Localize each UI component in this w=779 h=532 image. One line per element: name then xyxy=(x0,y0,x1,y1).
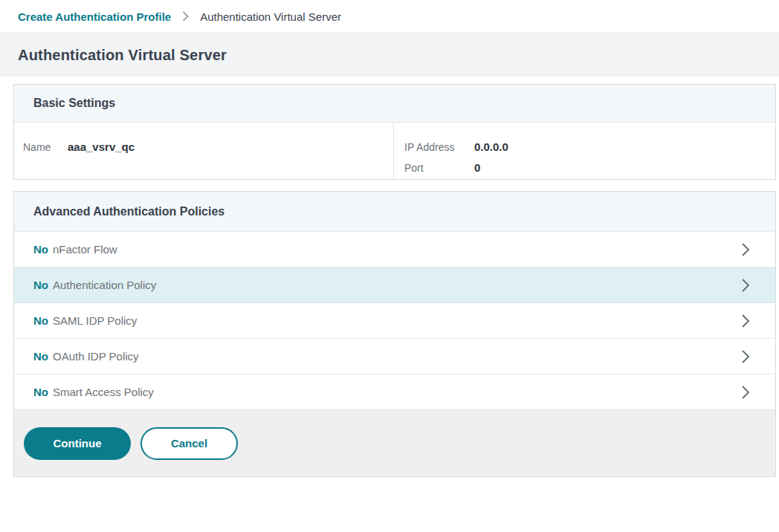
breadcrumb-link-create-authentication-profile[interactable]: Create Authentication Profile xyxy=(18,10,171,23)
ip-address-label: IP Address xyxy=(404,137,474,158)
chevron-right-icon xyxy=(740,241,751,258)
policy-row-smart-access-policy[interactable]: No Smart Access Policy xyxy=(14,374,775,410)
basic-settings-body: Name aaa_vsrv_qc IP Address 0.0.0.0 Port… xyxy=(14,123,775,179)
basic-settings-right-column: IP Address 0.0.0.0 Port 0 xyxy=(394,123,775,179)
port-label: Port xyxy=(404,158,474,178)
continue-button[interactable]: Continue xyxy=(24,427,131,460)
page-title: Authentication Virtual Server xyxy=(18,47,227,64)
breadcrumb: Create Authentication Profile Authentica… xyxy=(0,0,779,33)
name-label: Name xyxy=(23,137,68,158)
policy-row-authentication-policy[interactable]: No Authentication Policy xyxy=(14,267,775,303)
policy-count: No xyxy=(33,243,48,256)
policy-label: SAML IDP Policy xyxy=(53,314,137,327)
basic-settings-card: Basic Settings Name aaa_vsrv_qc IP Addre… xyxy=(13,84,776,180)
advanced-policies-card: Advanced Authentication Policies No nFac… xyxy=(13,191,776,477)
ip-address-field-row: IP Address 0.0.0.0 xyxy=(404,137,775,158)
advanced-policies-header: Advanced Authentication Policies xyxy=(14,192,775,232)
name-value: aaa_vsrv_qc xyxy=(68,137,135,157)
policy-label: Authentication Policy xyxy=(53,279,156,291)
policy-row-saml-idp-policy[interactable]: No SAML IDP Policy xyxy=(14,303,775,339)
advanced-policies-title: Advanced Authentication Policies xyxy=(33,205,224,218)
breadcrumb-chevron-icon xyxy=(181,10,190,22)
policy-label: Smart Access Policy xyxy=(53,386,154,398)
policy-count: No xyxy=(33,350,48,363)
chevron-right-icon xyxy=(740,277,751,293)
page-title-band: Authentication Virtual Server xyxy=(0,33,779,77)
breadcrumb-current: Authentication Virtual Server xyxy=(200,10,341,23)
policy-label: OAuth IDP Policy xyxy=(53,350,139,363)
port-field-row: Port 0 xyxy=(404,158,775,178)
basic-settings-left-column: Name aaa_vsrv_qc xyxy=(14,123,394,179)
policy-row-nfactor-flow[interactable]: No nFactor Flow xyxy=(14,232,775,267)
name-field-row: Name aaa_vsrv_qc xyxy=(23,137,393,158)
basic-settings-title: Basic Settings xyxy=(33,97,115,110)
ip-address-value: 0.0.0.0 xyxy=(474,137,508,157)
chevron-right-icon xyxy=(740,313,751,329)
cancel-button[interactable]: Cancel xyxy=(140,427,238,460)
chevron-right-icon xyxy=(740,384,751,400)
basic-settings-header: Basic Settings xyxy=(14,85,775,123)
policy-count: No xyxy=(33,279,48,291)
policy-count: No xyxy=(33,314,48,327)
action-bar: Continue Cancel xyxy=(14,410,775,476)
policy-count: No xyxy=(33,386,48,398)
port-value: 0 xyxy=(474,158,480,178)
policy-row-oauth-idp-policy[interactable]: No OAuth IDP Policy xyxy=(14,339,775,374)
policy-label: nFactor Flow xyxy=(53,243,117,256)
chevron-right-icon xyxy=(740,348,751,365)
